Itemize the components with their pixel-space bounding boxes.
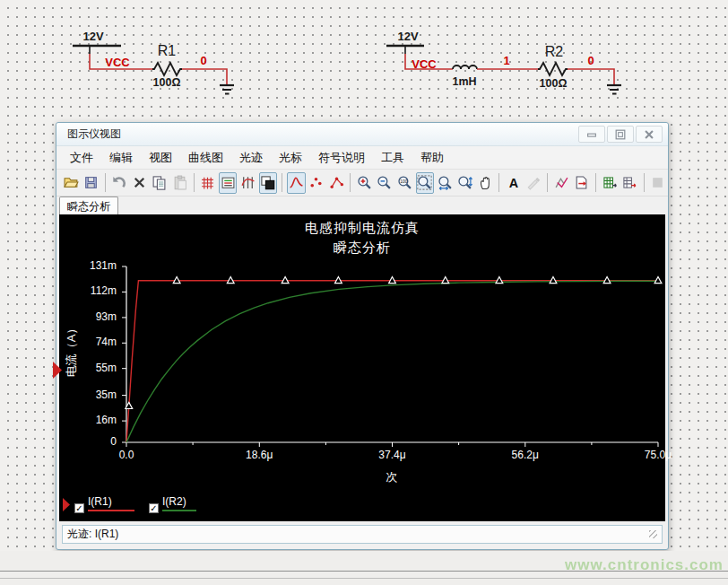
tab-transient-analysis[interactable]: 瞬态分析: [59, 196, 118, 214]
y-tick-label: 112m: [59, 284, 117, 297]
legend-checkbox[interactable]: ✓: [74, 503, 84, 513]
vcc-symbol-right[interactable]: [386, 46, 424, 54]
svg-text:A: A: [509, 176, 518, 190]
menu-item-视图[interactable]: 视图: [141, 147, 180, 169]
net-label-vcc-left: VCC: [105, 56, 130, 69]
bottom-strip: www.cntronics.com: [0, 551, 728, 585]
undo-icon[interactable]: [110, 172, 128, 194]
legend-color-line: [88, 510, 134, 511]
value-r2: 100Ω: [540, 77, 568, 90]
menu-item-光迹[interactable]: 光迹: [231, 147, 271, 169]
status-text: 光迹: I(R1): [67, 527, 118, 542]
y-tick-label: 55m: [59, 362, 117, 374]
schematic-canvas[interactable]: 12V VCC R1 0 100Ω 12V VCC 1mH 1 R2 100Ω …: [0, 0, 728, 585]
minimize-button[interactable]: [578, 126, 605, 143]
minimize-icon: [585, 128, 598, 141]
resistor-r1[interactable]: [152, 63, 182, 75]
stop-icon: [649, 172, 667, 194]
menu-item-曲线图[interactable]: 曲线图: [180, 147, 231, 169]
y-tick-label: 16m: [59, 414, 117, 426]
delete-icon[interactable]: [130, 172, 148, 194]
chart-area: 电感抑制电流仿真 瞬态分析 电流（A） 次 ✓I(R1)✓I(R2) 016m3…: [59, 214, 665, 521]
legend-label: I(R2): [162, 495, 196, 508]
menu-item-光标[interactable]: 光标: [271, 147, 310, 169]
x-tick-label: 56.2μ: [498, 449, 552, 461]
legend-icon[interactable]: [219, 172, 237, 194]
grid-icon[interactable]: [198, 172, 216, 194]
ground-symbol-left[interactable]: [220, 85, 234, 94]
window-title: 图示仪视图: [56, 127, 576, 142]
paste-icon: [170, 172, 188, 194]
wire[interactable]: [182, 69, 227, 85]
toolbar-separator: [194, 173, 195, 192]
legend-checkbox[interactable]: ✓: [149, 503, 159, 513]
net-label-0-right: 0: [587, 54, 594, 67]
value-r1: 100Ω: [153, 76, 181, 89]
zoom-out-icon[interactable]: [376, 172, 394, 194]
y-tick-label: 74m: [59, 336, 117, 348]
value-l1: 1mH: [452, 75, 476, 88]
x-tick-label: 75.0μ: [631, 449, 685, 461]
y-tick-label: 131m: [59, 259, 117, 272]
refdes-r1: R1: [158, 43, 177, 58]
open-icon[interactable]: [62, 172, 80, 194]
x-tick-label: 18.6μ: [232, 449, 286, 461]
x-tick-label: 37.4μ: [366, 449, 420, 461]
scatter-style-icon[interactable]: [308, 172, 325, 194]
pan-icon[interactable]: [476, 172, 494, 194]
close-button[interactable]: [636, 126, 663, 143]
zoom-in-icon[interactable]: [355, 172, 373, 194]
menu-item-编辑[interactable]: 编辑: [101, 147, 141, 169]
line-points-style-icon[interactable]: [327, 172, 345, 194]
ground-symbol-right[interactable]: [607, 85, 621, 94]
zoom-100-icon[interactable]: 100: [395, 172, 413, 194]
menu-bar: 文件编辑视图曲线图光迹光标符号说明工具帮助: [56, 146, 668, 170]
legend-item-I(R1)[interactable]: ✓I(R1): [74, 495, 134, 513]
watermark: www.cntronics.com: [565, 556, 724, 574]
toolbar-separator: [105, 173, 106, 192]
export-icon[interactable]: [572, 172, 590, 194]
restore-button[interactable]: [607, 126, 634, 143]
window-titlebar[interactable]: 图示仪视图: [56, 123, 668, 146]
menu-item-文件[interactable]: 文件: [62, 147, 101, 169]
legend-color-line: [162, 510, 196, 511]
legend-label: I(R1): [88, 495, 134, 508]
net-label-vcc-right: VCC: [412, 57, 437, 71]
menu-item-工具[interactable]: 工具: [373, 147, 412, 169]
plot[interactable]: [59, 214, 665, 521]
save-icon[interactable]: [82, 172, 100, 194]
resistor-r2[interactable]: [538, 63, 568, 75]
y-tick-label: 0: [59, 435, 117, 448]
legend-item-I(R2)[interactable]: ✓I(R2): [149, 495, 196, 513]
supply-label-right: 12V: [397, 30, 418, 43]
invert-colors-icon[interactable]: [259, 172, 277, 194]
zoom-select-icon[interactable]: [416, 172, 434, 194]
zoom-horizontal-icon[interactable]: [436, 172, 454, 194]
resize-grip[interactable]: [649, 530, 657, 538]
net-label-0-left: 0: [200, 54, 206, 67]
inductor-l1[interactable]: [453, 65, 477, 69]
show-cursors-icon[interactable]: [238, 172, 256, 194]
refdes-r2: R2: [545, 44, 564, 59]
wire[interactable]: [568, 69, 614, 85]
toolbar-separator: [644, 173, 645, 192]
legend: ✓I(R1)✓I(R2): [63, 495, 211, 519]
toolbar-separator: [498, 173, 499, 192]
line-style-icon[interactable]: [287, 172, 305, 194]
copy-icon[interactable]: [151, 172, 169, 194]
vcc-symbol-left[interactable]: [73, 46, 121, 54]
circuit-schematic: 12V VCC R1 0 100Ω 12V VCC 1mH 1 R2 100Ω …: [0, 0, 728, 118]
tab-bar: 瞬态分析: [56, 196, 668, 214]
selected-trace-arrow: [53, 362, 63, 379]
text-icon[interactable]: A: [504, 172, 522, 194]
overlay-traces-icon[interactable]: [552, 172, 570, 194]
supply-label-left: 12V: [82, 30, 103, 43]
toolbar-separator: [350, 173, 351, 192]
export-excel-icon[interactable]: [601, 172, 619, 194]
net-label-1: 1: [503, 54, 509, 67]
menu-item-帮助[interactable]: 帮助: [412, 147, 452, 169]
divider-line: [0, 578, 728, 579]
menu-item-符号说明[interactable]: 符号说明: [310, 147, 373, 169]
zoom-vertical-icon[interactable]: [456, 172, 474, 194]
export-data-icon[interactable]: [620, 172, 638, 194]
